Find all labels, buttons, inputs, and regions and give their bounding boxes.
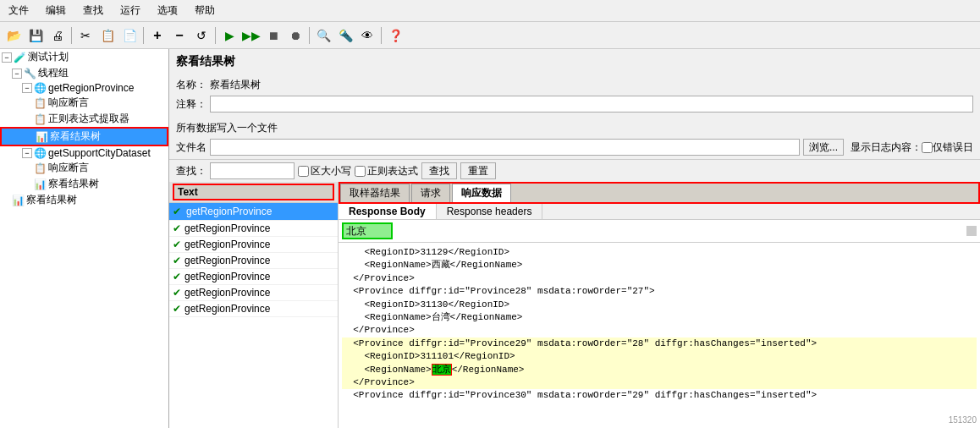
item-text-2: getRegionProvince (184, 239, 270, 250)
toolbar-cut[interactable]: ✂ (75, 25, 96, 46)
list-item-0[interactable]: ✔ getRegionProvince (169, 203, 338, 221)
resulttree2-icon: 📊 (34, 178, 47, 190)
item-text-5: getRegionProvince (184, 287, 270, 299)
menu-options[interactable]: 选项 (152, 2, 183, 19)
main-layout: − 🧪 测试计划 − 🔧 线程组 − 🌐 getRegionProvince 📋… (0, 49, 980, 428)
list-item-6[interactable]: ✔ getRegionProvince (169, 301, 338, 317)
tree-item-testplan[interactable]: − 🧪 测试计划 (0, 49, 168, 65)
toolbar-print[interactable]: 🖨 (47, 25, 68, 46)
toolbar-save[interactable]: 💾 (25, 25, 46, 46)
expand-testplan[interactable]: − (2, 52, 12, 63)
tree-list-header: Text (169, 182, 338, 203)
search-input[interactable] (210, 162, 295, 179)
item-text-1: getRegionProvince (184, 222, 270, 234)
only-errors-label[interactable]: 仅错误日 (922, 140, 973, 155)
toolbar-new[interactable]: 📂 (3, 25, 24, 46)
list-item-2[interactable]: ✔ getRegionProvince (169, 237, 338, 253)
search-bar: 查找： 区大小写 正则表达式 查找 重置 (169, 159, 980, 182)
resulttree3-label: 察看结果树 (26, 193, 77, 207)
toolbar-remove[interactable]: − (169, 25, 190, 46)
note-text: 所有数据写入一个文件 (169, 119, 980, 137)
regex-label[interactable]: 正则表达式 (355, 164, 418, 178)
list-item-3[interactable]: ✔ getRegionProvince (169, 253, 338, 269)
tree-item-assert2[interactable]: 📋 响应断言 (0, 160, 168, 176)
menu-find[interactable]: 查找 (78, 2, 108, 19)
right-panel: 察看结果树 名称： 察看结果树 注释： 所有数据写入一个文件 文件名 浏览...… (169, 49, 980, 428)
toolbar-help[interactable]: ❓ (385, 25, 405, 46)
filename-input[interactable] (210, 139, 800, 156)
menu-run[interactable]: 运行 (115, 2, 146, 19)
tree-list-panel: Text ✔ getRegionProvince ✔ getRegionProv… (169, 182, 339, 428)
toolbar-undo[interactable]: ↺ (191, 25, 212, 46)
expand-getsupport[interactable]: − (22, 148, 32, 158)
check-icon-0: ✔ (173, 206, 181, 217)
regex1-icon: 📋 (34, 113, 47, 125)
resulttree2-label: 察看结果树 (48, 177, 99, 191)
tab-response[interactable]: 响应数据 (452, 184, 511, 202)
testplan-label: 测试计划 (28, 50, 69, 64)
search-button[interactable]: 查找 (421, 162, 457, 179)
regex1-label: 正则表达式提取器 (48, 112, 129, 126)
tree-item-getregion1[interactable]: − 🌐 getRegionProvince (0, 81, 168, 95)
xml-content[interactable]: <RegionID>31129</RegionID> <RegionName>西… (339, 243, 980, 428)
list-item-5[interactable]: ✔ getRegionProvince (169, 285, 338, 301)
case-sensitive-label[interactable]: 区大小写 (298, 164, 351, 178)
watermark: 151320 (949, 415, 977, 425)
only-errors-checkbox[interactable] (922, 142, 933, 153)
browse-button[interactable]: 浏览... (803, 139, 844, 156)
tabs-bar: 取样器结果 请求 响应数据 (339, 182, 980, 204)
tree-item-resulttree2[interactable]: 📊 察看结果树 (0, 176, 168, 192)
toolbar-record[interactable]: ⏺ (285, 25, 306, 46)
reset-button[interactable]: 重置 (460, 162, 496, 179)
content-area: Text ✔ getRegionProvince ✔ getRegionProv… (169, 182, 980, 428)
expand-getregion1[interactable]: − (22, 83, 32, 93)
toolbar-play-all[interactable]: ▶▶ (241, 25, 262, 46)
list-item-1[interactable]: ✔ getRegionProvince (169, 221, 338, 237)
expand-threadgroup[interactable]: − (12, 69, 22, 79)
name-row: 名称： 察看结果树 (176, 78, 973, 92)
comment-row: 注释： (176, 96, 973, 112)
toolbar-copy[interactable]: 📋 (97, 25, 118, 46)
tree-item-getsupport[interactable]: − 🌐 getSupportCityDataset (0, 146, 168, 160)
toolbar: 📂 💾 🖨 ✂ 📋 📄 + − ↺ ▶ ▶▶ ⏹ ⏺ 🔍 🔦 👁 ❓ (0, 22, 980, 49)
log-label: 显示日志内容： (851, 140, 922, 155)
toolbar-sep5 (381, 27, 382, 44)
item-text-3: getRegionProvince (184, 255, 270, 266)
tree-item-resulttree3[interactable]: 📊 察看结果树 (0, 192, 168, 208)
toolbar-play[interactable]: ▶ (219, 25, 239, 46)
menu-help[interactable]: 帮助 (190, 2, 220, 19)
check-icon-5: ✔ (173, 287, 181, 299)
toolbar-search[interactable]: 🔍 (313, 25, 333, 46)
check-icon-6: ✔ (173, 303, 181, 315)
tree-item-regex1[interactable]: 📋 正则表达式提取器 (0, 111, 168, 127)
xml-line-2: </Province> (342, 272, 977, 285)
assert1-label: 响应断言 (48, 96, 89, 110)
toolbar-add[interactable]: + (147, 25, 168, 46)
check-icon-1: ✔ (173, 222, 181, 234)
tree-item-threadgroup[interactable]: − 🔧 线程组 (0, 65, 168, 81)
sub-tab-headers[interactable]: Response headers (437, 204, 543, 219)
toolbar-search2[interactable]: 🔦 (335, 25, 355, 46)
menu-edit[interactable]: 编辑 (41, 2, 71, 19)
toolbar-sep1 (71, 27, 72, 44)
menu-file[interactable]: 文件 (3, 2, 34, 19)
toolbar-eye[interactable]: 👁 (357, 25, 377, 46)
tree-item-resulttree1[interactable]: 📊 察看结果树 (0, 127, 168, 146)
regex-checkbox[interactable] (355, 166, 366, 177)
tree-item-assert1[interactable]: 📋 响应断言 (0, 95, 168, 111)
comment-input[interactable] (210, 96, 973, 112)
sub-tab-body[interactable]: Response Body (339, 204, 437, 219)
toolbar-stop[interactable]: ⏹ (263, 25, 284, 46)
list-item-4[interactable]: ✔ getRegionProvince (169, 269, 338, 285)
tab-content: Response Body Response headers <RegionID… (339, 204, 980, 428)
panel-title: 察看结果树 (169, 49, 980, 74)
item-text-6: getRegionProvince (184, 303, 270, 315)
toolbar-sep2 (143, 27, 144, 44)
toolbar-paste[interactable]: 📄 (119, 25, 140, 46)
case-sensitive-checkbox[interactable] (298, 166, 309, 177)
getsupport-icon: 🌐 (34, 147, 47, 159)
beijing-search-input[interactable] (342, 222, 393, 239)
tab-request[interactable]: 请求 (411, 184, 450, 202)
threadgroup-icon: 🔧 (24, 68, 36, 80)
tab-sampler[interactable]: 取样器结果 (340, 184, 410, 202)
